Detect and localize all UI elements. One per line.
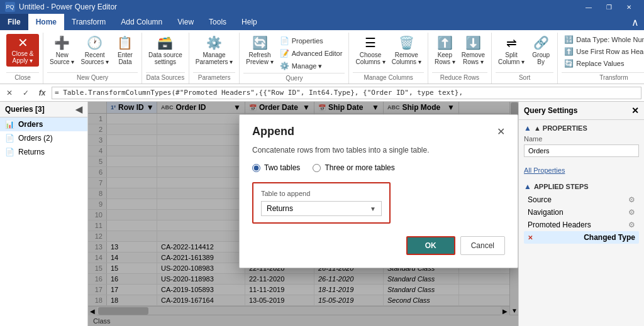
tab-tools[interactable]: Tools (201, 14, 234, 30)
sidebar-item-orders2[interactable]: 📄 Orders (2) (0, 131, 87, 145)
ribbon-group-close: ✕ Close &Apply ▾ Close (3, 33, 43, 84)
title-bar-controls[interactable]: — ❐ ✕ (579, 0, 639, 14)
formula-accept-btn[interactable]: ✓ (19, 86, 33, 100)
ribbon-group-manage-cols: ☰ ChooseColumns ▾ 🗑️ RemoveColumns ▾ Man… (349, 33, 428, 84)
modal-body: Concatenate rows from two tables into a … (240, 143, 518, 268)
properties-btn[interactable]: 📄 Properties (277, 35, 345, 46)
choose-columns-btn[interactable]: ☰ ChooseColumns ▾ (353, 34, 387, 67)
modal-footer: OK Cancel (252, 236, 505, 255)
step-changed-type[interactable]: ✕ Changed Type (524, 231, 639, 244)
step-source[interactable]: Source ⚙ (524, 193, 639, 206)
remove-rows-btn[interactable]: ⬇️ RemoveRows ▾ (459, 34, 487, 67)
qs-applied-steps-title: ▲ APPLIED STEPS (524, 182, 639, 191)
modal-overlay: Append ✕ Concatenate rows from two table… (88, 102, 518, 326)
step-promoted-headers-gear-icon[interactable]: ⚙ (628, 220, 635, 229)
ok-button[interactable]: OK (406, 236, 455, 255)
ribbon-group-reduce-rows: ⬆️ KeepRows ▾ ⬇️ RemoveRows ▾ Reduce Row… (428, 33, 492, 84)
modal-header: Append ✕ (240, 115, 518, 143)
manage-cols-label: Manage Columns (353, 72, 424, 82)
qs-title: Query Settings (524, 106, 577, 115)
all-properties-link[interactable]: All Properties (524, 166, 565, 174)
ribbon-group-data-sources: 🗃️ Data sourcesettings Data Sources (142, 33, 189, 84)
title-bar: PQ Untitled - Power Query Editor — ❐ ✕ (0, 0, 644, 14)
minimize-btn[interactable]: — (579, 0, 599, 14)
ribbon-content: ✕ Close &Apply ▾ Close ➕ NewSource ▾ 🕐 R… (0, 30, 644, 84)
qs-header: Query Settings ✕ (519, 102, 644, 120)
cancel-button[interactable]: Cancel (460, 236, 505, 255)
parameters-items: ⚙️ ManageParameters ▾ (193, 34, 235, 71)
formula-fx-btn[interactable]: fx (35, 86, 49, 100)
tab-help[interactable]: Help (234, 14, 265, 30)
qs-name-label: Name (524, 135, 639, 143)
replace-values-btn[interactable]: 🔄 Replace Values (562, 58, 626, 69)
keep-rows-icon: ⬆️ (437, 35, 453, 50)
dropdown-arrow-icon: ▼ (370, 205, 376, 212)
advanced-editor-btn[interactable]: 📝 Advanced Editor (277, 48, 345, 59)
two-tables-radio[interactable] (252, 164, 260, 172)
close-btn[interactable]: ✕ (619, 0, 639, 14)
step-navigation-label: Navigation (528, 208, 564, 217)
tab-transform[interactable]: Transform (64, 14, 113, 30)
qs-applied-steps-section: ▲ APPLIED STEPS Source ⚙ Navigation ⚙ Pr… (519, 178, 644, 247)
group-by-btn[interactable]: 🔗 GroupBy (528, 34, 553, 67)
close-apply-btn[interactable]: ✕ Close &Apply ▾ (6, 34, 39, 67)
enter-data-icon: 📋 (117, 35, 133, 50)
step-promoted-headers[interactable]: Promoted Headers ⚙ (524, 219, 639, 231)
three-tables-radio[interactable] (313, 164, 321, 172)
table-to-append-dropdown[interactable]: Returns ▼ (261, 201, 382, 216)
replace-icon: 🔄 (564, 59, 574, 68)
tab-home[interactable]: Home (28, 14, 64, 30)
data-area: 1² Row ID ▼ ABC Order ID ▼ 📅 Order Date … (88, 102, 518, 326)
sidebar-item-returns[interactable]: 📄 Returns (0, 145, 87, 159)
formula-input[interactable] (52, 87, 641, 99)
manage-cols-items: ☰ ChooseColumns ▾ 🗑️ RemoveColumns ▾ (353, 34, 424, 71)
step-source-label: Source (528, 195, 552, 204)
tab-add-column[interactable]: Add Column (113, 14, 170, 30)
new-source-btn[interactable]: ➕ NewSource ▾ (47, 34, 77, 67)
use-first-row-btn[interactable]: ⬆️ Use First Row as Headers ▾ (562, 46, 644, 57)
ribbon-collapse-btn[interactable]: ∧ (626, 14, 644, 30)
close-apply-label: Close &Apply ▾ (11, 50, 33, 64)
append-modal: Append ✕ Concatenate rows from two table… (239, 114, 518, 268)
recent-sources-btn[interactable]: 🕐 RecentSources ▾ (78, 34, 111, 67)
qs-name-input[interactable] (524, 144, 639, 157)
sidebar-collapse-btn[interactable]: ◀ (75, 104, 82, 114)
parameters-label: Parameters (193, 72, 235, 82)
use-first-row-icon: ⬆️ (564, 47, 574, 56)
query-settings-panel: Query Settings ✕ ▲ ▲ PROPERTIES Name All… (518, 102, 644, 326)
three-tables-radio-label[interactable]: Three or more tables (313, 163, 394, 172)
maximize-btn[interactable]: ❐ (599, 0, 619, 14)
qs-properties-section: ▲ ▲ PROPERTIES Name All Properties (519, 120, 644, 178)
keep-rows-btn[interactable]: ⬆️ KeepRows ▾ (432, 34, 458, 67)
data-sources-items: 🗃️ Data sourcesettings (146, 34, 185, 71)
formula-reject-btn[interactable]: ✕ (3, 86, 16, 100)
new-query-items: ➕ NewSource ▾ 🕐 RecentSources ▾ 📋 EnterD… (47, 34, 138, 71)
sidebar-item-orders[interactable]: 📊 Orders (0, 117, 87, 131)
step-navigation[interactable]: Navigation ⚙ (524, 206, 639, 219)
tab-view[interactable]: View (170, 14, 201, 30)
qs-close-btn[interactable]: ✕ (631, 106, 639, 116)
remove-columns-btn[interactable]: 🗑️ RemoveColumns ▾ (389, 34, 424, 67)
manage-parameters-btn[interactable]: ⚙️ ManageParameters ▾ (193, 34, 235, 67)
manage-btn[interactable]: ⚙️ Manage ▾ (277, 60, 345, 72)
split-icon: ⇌ (506, 35, 517, 50)
app-title: Untitled - Power Query Editor (19, 3, 117, 11)
two-tables-radio-label[interactable]: Two tables (252, 163, 300, 172)
close-icon: ✕ (18, 36, 28, 49)
modal-description: Concatenate rows from two tables into a … (252, 146, 505, 155)
transform-items: 🔢 Data Type: Whole Number ▾ ⬆️ Use First… (562, 34, 644, 71)
step-source-gear-icon[interactable]: ⚙ (628, 195, 635, 204)
refresh-preview-btn[interactable]: 🔄 RefreshPreview ▾ (243, 34, 275, 67)
ribbon-group-parameters: ⚙️ ManageParameters ▾ Parameters (189, 33, 240, 84)
data-source-settings-btn[interactable]: 🗃️ Data sourcesettings (146, 34, 185, 67)
step-promoted-headers-label: Promoted Headers (528, 220, 591, 229)
ribbon-group-close-items: ✕ Close &Apply ▾ (6, 34, 39, 71)
enter-data-btn[interactable]: 📋 EnterData (113, 34, 138, 67)
tab-file[interactable]: File (0, 14, 28, 30)
refresh-icon: 🔄 (252, 35, 268, 50)
modal-close-btn[interactable]: ✕ (497, 126, 505, 138)
choose-cols-icon: ☰ (365, 35, 376, 50)
step-navigation-gear-icon[interactable]: ⚙ (628, 208, 635, 217)
split-column-btn[interactable]: ⇌ SplitColumn ▾ (496, 34, 527, 67)
data-type-btn[interactable]: 🔢 Data Type: Whole Number ▾ (562, 34, 644, 45)
